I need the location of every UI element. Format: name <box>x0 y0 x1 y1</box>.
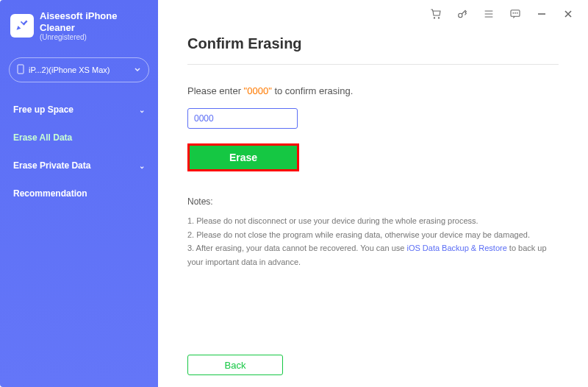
back-button[interactable]: Back <box>187 355 283 375</box>
main-area: Confirm Erasing Please enter "0000" to c… <box>158 0 588 387</box>
menu-icon[interactable] <box>482 7 495 21</box>
sidebar-item-label: Free up Space <box>13 104 74 115</box>
close-icon[interactable] <box>562 7 575 21</box>
svg-point-6 <box>513 13 514 13</box>
app-header: Aiseesoft iPhone Cleaner (Unregistered) <box>0 10 158 52</box>
feedback-icon[interactable] <box>509 7 522 21</box>
sidebar-item-erase-private-data[interactable]: Erase Private Data ⌄ <box>0 152 158 180</box>
sidebar-item-free-up-space[interactable]: Free up Space ⌄ <box>0 96 158 124</box>
svg-point-2 <box>434 18 434 18</box>
app-status: (Unregistered) <box>40 33 148 41</box>
note3-prefix: 3. After erasing, your data cannot be re… <box>187 244 406 252</box>
chevron-down-icon <box>134 65 141 74</box>
device-label: iP...2)(iPhone XS Max) <box>29 65 110 74</box>
svg-point-7 <box>515 13 516 13</box>
phone-icon <box>17 64 24 76</box>
app-title: Aiseesoft iPhone Cleaner <box>40 10 148 33</box>
chevron-down-icon: ⌄ <box>139 106 145 114</box>
key-icon[interactable] <box>456 7 469 21</box>
prompt-suffix: to confirm erasing. <box>272 85 354 96</box>
erase-button[interactable]: Erase <box>190 146 297 169</box>
sidebar-item-recommendation[interactable]: Recommendation <box>0 180 158 207</box>
sidebar-nav: Free up Space ⌄ Erase All Data Erase Pri… <box>0 96 158 207</box>
prompt-prefix: Please enter <box>187 85 244 96</box>
app-logo <box>10 14 34 38</box>
divider <box>187 64 559 65</box>
page-title: Confirm Erasing <box>187 35 559 52</box>
svg-point-3 <box>438 18 439 18</box>
device-selector[interactable]: iP...2)(iPhone XS Max) <box>9 57 149 82</box>
notes-list: 1. Please do not disconnect or use your … <box>187 214 559 269</box>
confirm-code-input[interactable] <box>187 108 298 129</box>
titlebar <box>158 0 588 28</box>
notes-title: Notes: <box>187 196 559 207</box>
sidebar-item-label: Erase All Data <box>13 132 72 143</box>
confirm-prompt: Please enter "0000" to confirm erasing. <box>187 85 559 96</box>
note-item: 3. After erasing, your data cannot be re… <box>187 241 559 269</box>
backup-restore-link[interactable]: iOS Data Backup & Restore <box>406 244 506 252</box>
content: Confirm Erasing Please enter "0000" to c… <box>158 28 588 387</box>
chevron-down-icon: ⌄ <box>139 162 145 170</box>
svg-point-4 <box>459 13 462 17</box>
prompt-code: "0000" <box>244 85 272 96</box>
sidebar-item-label: Erase Private Data <box>13 160 90 171</box>
sidebar: Aiseesoft iPhone Cleaner (Unregistered) … <box>0 0 158 387</box>
minimize-icon[interactable] <box>535 7 548 21</box>
erase-highlight: Erase <box>187 143 299 171</box>
note-item: 2. Please do not close the program while… <box>187 228 559 242</box>
sidebar-item-label: Recommendation <box>13 188 87 199</box>
svg-point-8 <box>517 13 517 13</box>
cart-icon[interactable] <box>429 7 442 21</box>
note-item: 1. Please do not disconnect or use your … <box>187 214 559 228</box>
svg-rect-1 <box>18 65 24 74</box>
sidebar-item-erase-all-data[interactable]: Erase All Data <box>0 124 158 152</box>
